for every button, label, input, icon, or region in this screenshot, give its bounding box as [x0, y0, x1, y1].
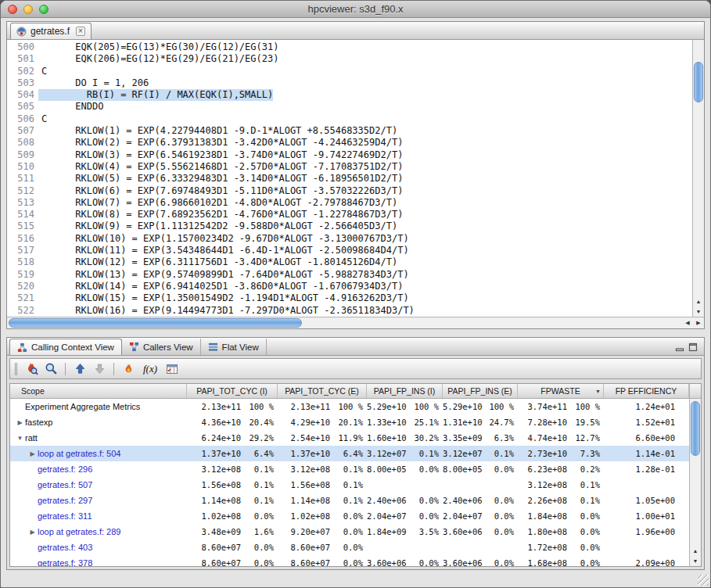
metric-columns-icon [166, 363, 178, 375]
scope-label[interactable]: getrates.f: 296 [38, 464, 92, 474]
maximize-view-icon[interactable] [688, 342, 698, 352]
scroll-down-arrow-icon[interactable]: ▼ [690, 556, 701, 566]
zoom-in-button[interactable] [71, 360, 88, 378]
tab-label: Flat View [222, 342, 259, 352]
metric-cell: 1.14e+080.1% [187, 493, 278, 508]
column-header-papi-fp-ins-i-[interactable]: PAPI_FP_INS (I) [367, 384, 443, 398]
line-number: 505 [7, 101, 38, 113]
column-header-papi-tot-cyc-e-[interactable]: PAPI_TOT_CYC (E) [278, 384, 367, 398]
column-header-papi-fp-ins-e-[interactable]: PAPI_FP_INS (E) [443, 384, 518, 398]
tab-flat-view[interactable]: Flat View [201, 339, 267, 355]
table-row[interactable]: ▶loop at getrates.f: 2893.48e+091.6%9.20… [10, 524, 689, 540]
code-line: 501 EQK(206)=EG(12)*EG(29)/EG(21)/EG(23) [7, 53, 692, 65]
scope-cell: getrates.f: 378 [10, 555, 187, 566]
code-line: 504 RB(I) = RF(I) / MAX(EQK(I),SMALL) [7, 89, 692, 101]
scope-cell: getrates.f: 296 [10, 461, 187, 477]
metric-cell: 1.28e-01 [604, 461, 689, 477]
metric-cell: 3.12e+070.1% [367, 446, 443, 461]
metric-cell [604, 540, 689, 555]
tab-close-icon[interactable]: × [76, 27, 85, 36]
hot-path-flame-magnifier-icon [25, 362, 38, 375]
hot-path-button[interactable] [23, 360, 40, 378]
code-text: RKLOW(6) = EXP(7.69748493D1 -5.11D0*ALOG… [38, 185, 403, 197]
magnifier-icon [45, 362, 58, 375]
metric-cell: 7.28e+1019.5% [518, 414, 604, 430]
column-header-fpwaste[interactable]: FPWASTE▼ [518, 384, 604, 398]
scope-label[interactable]: loop at getrates.f: 289 [38, 527, 120, 536]
line-number: 504 [7, 89, 38, 101]
scope-label[interactable]: getrates.f: 403 [38, 543, 92, 552]
editor-tab-getrates[interactable]: getrates.f × [10, 23, 92, 39]
window-title: hpcviewer: s3d_f90.x [1, 3, 710, 15]
scope-label[interactable]: getrates.f: 311 [38, 511, 92, 521]
line-number: 516 [7, 233, 38, 245]
line-number: 521 [7, 292, 38, 304]
metrics-toolbar: f(x) [9, 358, 702, 379]
metric-cell: 2.09e+00 [604, 555, 689, 566]
line-number: 502 [7, 66, 38, 77]
tab-calling-context-view[interactable]: Calling Context View [9, 339, 122, 355]
scroll-right-arrow-icon[interactable]: ▶ [693, 317, 704, 328]
scope-label[interactable]: getrates.f: 507 [38, 480, 92, 489]
expand-toggle-icon[interactable]: ▶ [27, 529, 38, 536]
editor-vscrollbar[interactable]: ▲ ▼ [692, 40, 704, 317]
table-row[interactable]: ▼ratt6.24e+1029.2%2.54e+1011.9%1.60e+103… [10, 430, 689, 446]
derived-metric-button[interactable]: f(x) [139, 360, 161, 378]
editor-hscrollbar[interactable]: ◀ ▶ [7, 317, 704, 328]
table-row[interactable]: getrates.f: 5071.56e+080.1%1.56e+080.1%3… [10, 477, 689, 493]
metric-cell: 2.73e+107.3% [518, 446, 604, 461]
titlebar[interactable]: hpcviewer: s3d_f90.x [1, 1, 710, 18]
scope-cell: ▶fastexp [10, 414, 187, 430]
scope-label[interactable]: getrates.f: 297 [38, 496, 92, 505]
table-row[interactable]: ▶loop at getrates.f: 5041.37e+106.4%1.37… [10, 446, 689, 461]
table-row[interactable]: getrates.f: 2963.12e+080.1%3.12e+080.1%8… [10, 461, 689, 477]
line-number: 512 [7, 185, 38, 197]
tab-callers-view[interactable]: Callers View [122, 339, 201, 355]
scroll-down-arrow-icon[interactable]: ▼ [693, 307, 704, 317]
column-header-scope[interactable]: Scope [10, 384, 187, 398]
scope-cell: getrates.f: 403 [10, 540, 187, 555]
expand-toggle-icon[interactable]: ▶ [27, 450, 38, 457]
scope-label[interactable]: loop at getrates.f: 504 [38, 449, 120, 458]
line-number: 515 [7, 220, 38, 232]
table-row[interactable]: getrates.f: 3111.02e+080.0%1.02e+080.0%2… [10, 508, 689, 524]
metric-cell: 2.04e+070.0% [443, 508, 518, 524]
minimize-view-icon[interactable] [675, 342, 684, 352]
metric-cell: 1.14e-01 [604, 446, 689, 461]
toolbar-grip[interactable] [15, 363, 17, 375]
code-line: 520 RKLOW(14) = EXP(6.9414025D1 -3.86D0*… [7, 281, 692, 292]
editor-hscrollbar-thumb[interactable] [9, 318, 302, 328]
metric-cell [604, 477, 689, 493]
code-line: 517 RKLOW(11) = EXP(3.54348644D1 -6.4D-1… [7, 245, 692, 256]
table-vscrollbar-thumb[interactable] [691, 401, 700, 456]
table-row[interactable]: ▶fastexp4.36e+1020.4%4.29e+1020.1%1.33e+… [10, 414, 689, 430]
show-hot-path-button[interactable] [120, 360, 137, 378]
table-row[interactable]: getrates.f: 4038.60e+070.0%8.60e+070.0%1… [10, 540, 689, 555]
metric-cell: 4.29e+1020.1% [278, 414, 367, 430]
metric-columns-button[interactable] [163, 360, 181, 378]
scope-label[interactable]: getrates.f: 378 [38, 558, 92, 566]
scroll-left-arrow-icon[interactable]: ◀ [682, 317, 693, 328]
expand-toggle-icon[interactable]: ▶ [15, 419, 25, 426]
table-row[interactable]: getrates.f: 2971.14e+080.1%1.14e+080.1%2… [10, 493, 689, 508]
editor-vscrollbar-thumb[interactable] [694, 62, 703, 102]
column-header-papi-tot-cyc-i-[interactable]: PAPI_TOT_CYC (I) [187, 384, 278, 398]
table-body: Experiment Aggregate Metrics2.13e+11100 … [10, 399, 689, 566]
expand-toggle-icon[interactable]: ▼ [15, 435, 25, 442]
table-row[interactable]: Experiment Aggregate Metrics2.13e+11100 … [10, 399, 689, 414]
table-vscrollbar[interactable]: ▲ ▼ [689, 384, 701, 566]
scroll-up-arrow-icon[interactable]: ▲ [690, 546, 701, 556]
scope-cell: ▶loop at getrates.f: 504 [10, 446, 187, 461]
metric-cell: 1.02e+080.0% [187, 508, 278, 524]
code-viewport[interactable]: 500 EQK(205)=EG(13)*EG(30)/EG(12)/EG(31)… [7, 40, 692, 317]
line-number: 503 [7, 77, 38, 89]
metric-cell: 8.00e+050.0% [367, 461, 443, 477]
zoom-scope-button[interactable] [42, 360, 59, 378]
table-row[interactable]: getrates.f: 3788.60e+070.0%8.60e+070.0%3… [10, 555, 689, 566]
zoom-out-button[interactable] [91, 360, 108, 378]
code-lines: 500 EQK(205)=EG(13)*EG(30)/EG(12)/EG(31)… [7, 41, 692, 317]
scroll-up-arrow-icon[interactable]: ▲ [693, 296, 704, 307]
resize-grip[interactable] [698, 575, 709, 586]
column-header-fp-efficiency[interactable]: FP EFFICIENCY [604, 384, 689, 398]
sash[interactable] [6, 329, 705, 337]
